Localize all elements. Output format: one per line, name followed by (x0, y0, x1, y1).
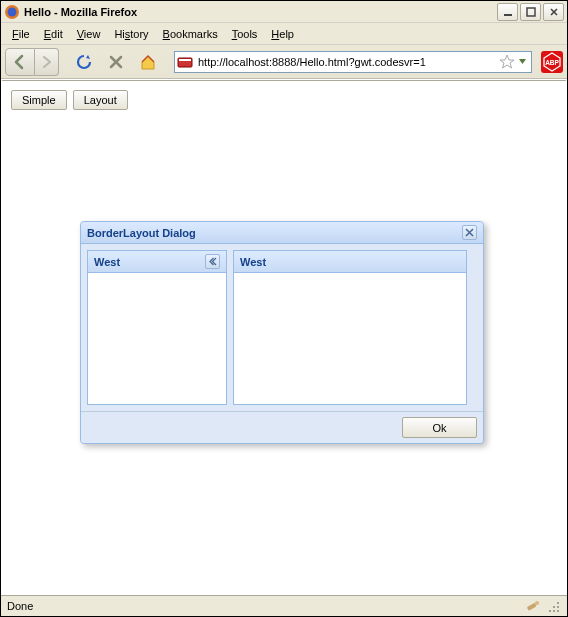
center-panel-title: West (240, 256, 460, 268)
window-buttons (497, 3, 564, 21)
back-button[interactable] (5, 48, 35, 76)
stop-button[interactable] (104, 50, 128, 74)
center-panel-header: West (234, 251, 466, 273)
page-content: Simple Layout www.java2s.com BorderLayou… (2, 80, 566, 594)
url-input[interactable] (196, 55, 499, 69)
reload-button[interactable] (72, 50, 96, 74)
minimize-button[interactable] (497, 3, 518, 21)
layout-button[interactable]: Layout (73, 90, 128, 110)
ok-button[interactable]: Ok (402, 417, 477, 438)
home-icon (139, 53, 157, 71)
dialog-close-button[interactable] (462, 225, 477, 240)
nav-toolbar: ABP (1, 45, 567, 79)
window-titlebar[interactable]: Hello - Mozilla Firefox (1, 1, 567, 23)
collapse-left-icon (207, 256, 218, 267)
close-button[interactable] (543, 3, 564, 21)
abp-icon: ABP (542, 52, 562, 72)
stop-icon (108, 54, 124, 70)
svg-rect-5 (179, 59, 191, 61)
grip-icon (545, 598, 561, 614)
close-icon (464, 227, 475, 238)
svg-point-9 (535, 601, 539, 605)
svg-point-13 (557, 606, 559, 608)
simple-button[interactable]: Simple (11, 90, 67, 110)
back-arrow-icon (11, 53, 29, 71)
url-bar[interactable] (174, 51, 532, 73)
svg-rect-3 (527, 8, 535, 16)
svg-point-12 (549, 610, 551, 612)
window-title: Hello - Mozilla Firefox (24, 6, 497, 18)
dialog-header[interactable]: BorderLayout Dialog (81, 222, 483, 244)
adblock-button[interactable]: ABP (541, 51, 563, 73)
borderlayout-dialog: BorderLayout Dialog West West (80, 221, 484, 444)
dialog-body: West West (81, 244, 483, 411)
menu-file[interactable]: File (5, 26, 37, 42)
menu-edit[interactable]: Edit (37, 26, 70, 42)
bookmark-star-icon[interactable] (499, 54, 515, 70)
reload-icon (75, 53, 93, 71)
home-button[interactable] (136, 50, 160, 74)
svg-point-10 (557, 610, 559, 612)
svg-point-14 (553, 606, 555, 608)
forward-arrow-icon (40, 55, 54, 69)
svg-rect-2 (504, 14, 512, 16)
menu-bookmarks[interactable]: Bookmarks (156, 26, 225, 42)
menu-history[interactable]: History (107, 26, 155, 42)
svg-rect-8 (527, 603, 537, 611)
status-text: Done (7, 600, 525, 612)
site-icon (177, 54, 193, 70)
west-panel-header: West (88, 251, 226, 273)
west-panel: West (87, 250, 227, 405)
status-bar: Done (1, 595, 567, 616)
maximize-button[interactable] (520, 3, 541, 21)
menu-tools[interactable]: Tools (225, 26, 265, 42)
dialog-footer: Ok (81, 411, 483, 443)
status-tool-icon[interactable] (525, 598, 541, 614)
menu-bar: File Edit View History Bookmarks Tools H… (1, 23, 567, 45)
url-dropdown-icon[interactable] (515, 56, 529, 68)
west-collapse-button[interactable] (205, 254, 220, 269)
resize-grip[interactable] (545, 598, 561, 614)
firefox-icon (4, 4, 20, 20)
dialog-title: BorderLayout Dialog (87, 227, 462, 239)
menu-help[interactable]: Help (264, 26, 301, 42)
svg-point-11 (553, 610, 555, 612)
west-panel-title: West (94, 256, 205, 268)
firefox-window: Hello - Mozilla Firefox File Edit View H… (0, 0, 568, 617)
svg-text:ABP: ABP (545, 59, 559, 66)
forward-button[interactable] (35, 48, 59, 76)
center-panel: West (233, 250, 467, 405)
svg-point-1 (8, 7, 17, 16)
svg-point-15 (557, 602, 559, 604)
nav-group (5, 48, 59, 76)
menu-view[interactable]: View (70, 26, 108, 42)
